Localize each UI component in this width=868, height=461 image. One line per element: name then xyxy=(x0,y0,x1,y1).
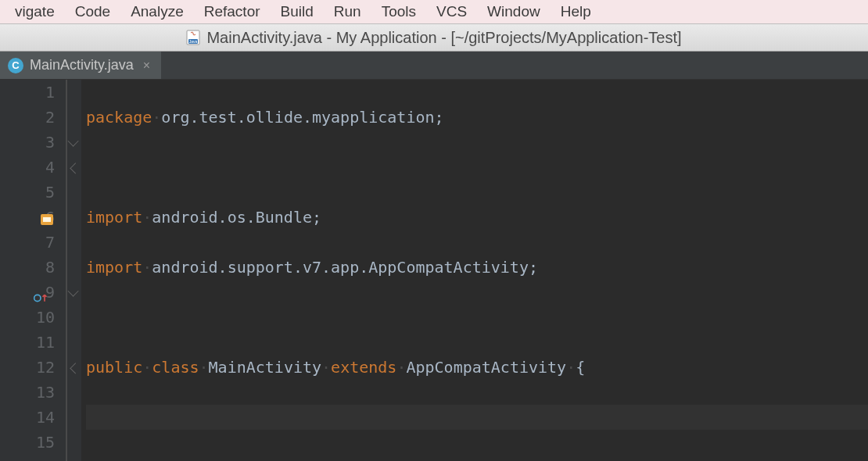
code-line xyxy=(86,155,868,180)
menu-build[interactable]: Build xyxy=(271,3,324,20)
fold-column xyxy=(67,80,81,461)
override-gutter-icon[interactable] xyxy=(33,286,48,302)
fold-toggle-icon[interactable] xyxy=(68,136,79,147)
code-line: package·org.test.ollide.myapplication; xyxy=(86,105,868,130)
line-number: 1 xyxy=(36,80,55,105)
fold-end-icon[interactable] xyxy=(70,363,81,373)
code-line: import·android.os.Bundle; xyxy=(86,205,868,230)
code-line xyxy=(86,305,868,330)
macos-menubar: vigate Code Analyze Refactor Build Run T… xyxy=(0,0,868,23)
svg-text:Java: Java xyxy=(189,39,198,44)
line-number: 13 xyxy=(36,380,55,405)
line-number: 7 xyxy=(36,230,55,255)
line-number: 10 xyxy=(36,305,55,330)
menu-navigate[interactable]: vigate xyxy=(5,3,65,20)
fold-toggle-icon[interactable] xyxy=(68,286,79,297)
line-number: 8 xyxy=(36,255,55,280)
code-line-current xyxy=(86,405,868,430)
line-number: 12 xyxy=(36,355,55,380)
fold-end-icon[interactable] xyxy=(70,163,81,173)
class-badge-icon: C xyxy=(8,58,23,73)
menu-code[interactable]: Code xyxy=(65,3,120,20)
code-editor[interactable]: 1 2 3 4 5 6 7 8 9 10 11 12 13 14 15 xyxy=(0,80,868,461)
menu-tools[interactable]: Tools xyxy=(371,3,426,20)
line-number: 4 xyxy=(36,155,55,180)
line-number: 14 xyxy=(36,405,55,430)
svg-point-5 xyxy=(34,295,41,301)
editor-tabstrip: C MainActivity.java × xyxy=(0,52,868,80)
window-titlebar: Java MainActivity.java - My Application … xyxy=(0,23,868,52)
menu-help[interactable]: Help xyxy=(551,3,601,20)
line-number: 2 xyxy=(36,105,55,130)
menu-vcs[interactable]: VCS xyxy=(426,3,477,20)
code-line: import·android.support.v7.app.AppCompatA… xyxy=(86,255,868,280)
menu-refactor[interactable]: Refactor xyxy=(194,3,271,20)
code-line: public·class·MainActivity·extends·AppCom… xyxy=(86,355,868,380)
window-title-text: MainActivity.java - My Application - [~/… xyxy=(206,29,681,47)
code-area[interactable]: package·org.test.ollide.myapplication; i… xyxy=(81,80,868,461)
line-number: 5 xyxy=(36,180,55,205)
line-number: 11 xyxy=(36,330,55,355)
line-number: 3 xyxy=(36,130,55,155)
menu-analyze[interactable]: Analyze xyxy=(120,3,194,20)
line-number-gutter: 1 2 3 4 5 6 7 8 9 10 11 12 13 14 15 xyxy=(0,80,67,461)
svg-rect-4 xyxy=(43,217,51,222)
class-gutter-icon[interactable] xyxy=(39,209,55,225)
menu-window[interactable]: Window xyxy=(477,3,551,20)
java-file-icon: Java xyxy=(186,30,200,45)
menu-run[interactable]: Run xyxy=(324,3,371,20)
editor-tab-mainactivity[interactable]: C MainActivity.java × xyxy=(0,52,161,79)
code-line: ····@Override xyxy=(86,455,868,461)
close-tab-icon[interactable]: × xyxy=(140,59,150,72)
editor-tab-label: MainActivity.java xyxy=(30,57,134,73)
line-number: 15 xyxy=(36,430,55,455)
